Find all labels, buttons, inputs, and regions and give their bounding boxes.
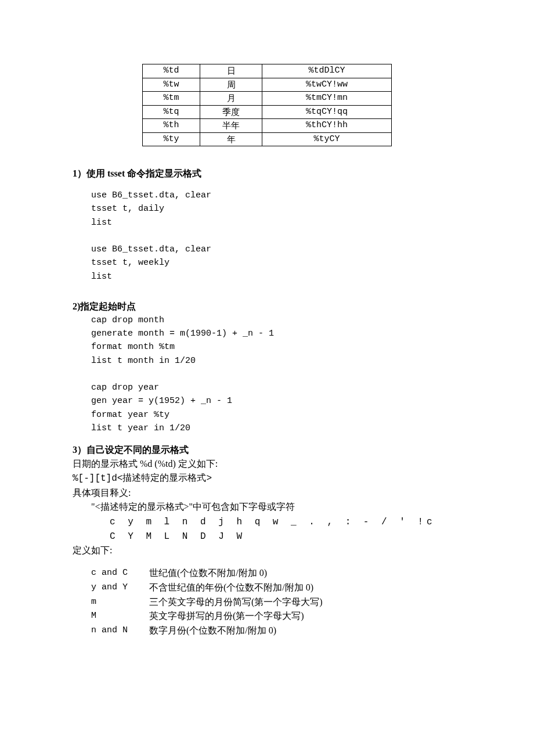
format-table: %td 日 %tdDlCY %tw 周 %twCY!ww %tm 月 %tmCY… bbox=[142, 64, 392, 146]
char-list-1: c y m l n d j h q w _ . , : - / ' !c bbox=[110, 517, 436, 527]
definition-value: 英文字母拼写的月份(第一个字母大写) bbox=[149, 609, 304, 624]
fmt-display: %tyCY bbox=[262, 132, 392, 146]
definition-key: y and Y bbox=[91, 581, 149, 595]
fmt-code: %tq bbox=[143, 105, 200, 119]
table-row: %tw 周 %twCY!ww bbox=[143, 78, 392, 92]
definition-row: n and N 数字月份(个位数不附加/附加 0) bbox=[91, 624, 461, 638]
definition-row: y and Y 不含世纪值的年份(个位数不附加/附加 0) bbox=[91, 581, 461, 595]
definition-value: 数字月份(个位数不附加/附加 0) bbox=[149, 624, 276, 638]
char-list-2: C Y M L N D J W bbox=[110, 531, 246, 542]
fmt-code: %th bbox=[143, 119, 200, 133]
fmt-unit: 日 bbox=[200, 64, 262, 78]
section-heading-2: 2)指定起始时点 bbox=[73, 300, 461, 314]
body-line: 定义如下: bbox=[73, 543, 461, 558]
body-line: %[-][t]d<描述特定的显示格式> bbox=[73, 471, 461, 486]
definition-row: c and C 世纪值(个位数不附加/附加 0) bbox=[91, 566, 461, 581]
definition-key: c and C bbox=[91, 566, 149, 581]
fmt-display: %thCY!hh bbox=[262, 119, 392, 133]
definition-key: M bbox=[91, 609, 149, 624]
table-row: %tq 季度 %tqCY!qq bbox=[143, 105, 392, 119]
fmt-code: %td bbox=[143, 64, 200, 78]
definition-value: 三个英文字母的月份简写(第一个字母大写) bbox=[149, 595, 323, 610]
document-page: %td 日 %tdDlCY %tw 周 %twCY!ww %tm 月 %tmCY… bbox=[0, 0, 534, 756]
fmt-unit: 年 bbox=[200, 132, 262, 146]
definition-row: M 英文字母拼写的月份(第一个字母大写) bbox=[91, 609, 461, 624]
code-block-1: use B6_tsset.dta, clear tsset t, daily l… bbox=[91, 189, 461, 283]
table-row: %th 半年 %thCY!hh bbox=[143, 119, 392, 133]
body-line: 具体项目释义: bbox=[73, 486, 461, 501]
body-line: 日期的显示格式 %d (%td) 定义如下: bbox=[73, 457, 461, 471]
definition-row: m 三个英文字母的月份简写(第一个字母大写) bbox=[91, 595, 461, 610]
fmt-unit: 周 bbox=[200, 78, 262, 92]
definition-list: c and C 世纪值(个位数不附加/附加 0) y and Y 不含世纪值的年… bbox=[91, 566, 461, 638]
fmt-code: %ty bbox=[143, 132, 200, 146]
section-heading-1: 1）使用 tsset 命令指定显示格式 bbox=[73, 167, 461, 181]
fmt-display: %tdDlCY bbox=[262, 64, 392, 78]
definition-value: 世纪值(个位数不附加/附加 0) bbox=[149, 566, 267, 581]
fmt-unit: 季度 bbox=[200, 105, 262, 119]
fmt-code: %tw bbox=[143, 78, 200, 92]
section-heading-3: 3）自己设定不同的显示格式 bbox=[73, 443, 461, 457]
fmt-display: %tmCY!mn bbox=[262, 92, 392, 106]
definition-value: 不含世纪值的年份(个位数不附加/附加 0) bbox=[149, 581, 313, 595]
fmt-display: %twCY!ww bbox=[262, 78, 392, 92]
table-row: %td 日 %tdDlCY bbox=[143, 64, 392, 78]
fmt-display: %tqCY!qq bbox=[262, 105, 392, 119]
fmt-unit: 月 bbox=[200, 92, 262, 106]
definition-key: n and N bbox=[91, 624, 149, 638]
table-row: %tm 月 %tmCY!mn bbox=[143, 92, 392, 106]
code-block-2: cap drop month generate month = m(1990-1… bbox=[91, 314, 461, 435]
fmt-code: %tm bbox=[143, 92, 200, 106]
fmt-unit: 半年 bbox=[200, 119, 262, 133]
table-row: %ty 年 %tyCY bbox=[143, 132, 392, 146]
definition-key: m bbox=[91, 595, 149, 610]
body-line: "<描述特定的显示格式>"中可包含如下字母或字符 bbox=[91, 500, 461, 514]
